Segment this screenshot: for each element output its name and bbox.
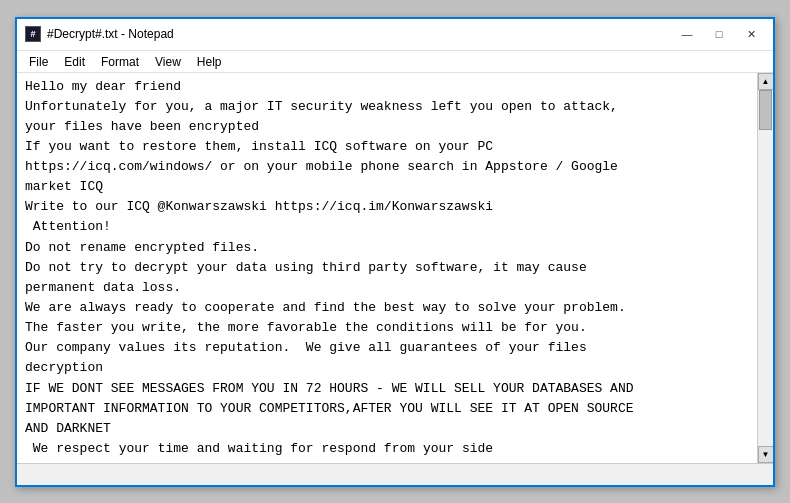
text-editor[interactable]: Hello my dear friend Unfortunately for y… bbox=[17, 73, 757, 463]
title-bar: # #Decrypt#.txt - Notepad — □ ✕ bbox=[17, 19, 773, 51]
menu-format[interactable]: Format bbox=[93, 53, 147, 70]
window-controls: — □ ✕ bbox=[673, 24, 765, 44]
menu-bar: File Edit Format View Help bbox=[17, 51, 773, 73]
notepad-window: # #Decrypt#.txt - Notepad — □ ✕ File Edi… bbox=[15, 17, 775, 487]
vertical-scrollbar[interactable]: ▲ ▼ bbox=[757, 73, 773, 463]
app-icon: # bbox=[25, 26, 41, 42]
menu-edit[interactable]: Edit bbox=[56, 53, 93, 70]
maximize-button[interactable]: □ bbox=[705, 24, 733, 44]
menu-view[interactable]: View bbox=[147, 53, 189, 70]
scroll-down-arrow[interactable]: ▼ bbox=[758, 446, 774, 463]
minimize-button[interactable]: — bbox=[673, 24, 701, 44]
scroll-thumb[interactable] bbox=[759, 90, 772, 130]
title-bar-left: # #Decrypt#.txt - Notepad bbox=[25, 26, 174, 42]
menu-file[interactable]: File bbox=[21, 53, 56, 70]
status-bar bbox=[17, 463, 773, 485]
menu-help[interactable]: Help bbox=[189, 53, 230, 70]
content-area: Hello my dear friend Unfortunately for y… bbox=[17, 73, 773, 463]
window-title: #Decrypt#.txt - Notepad bbox=[47, 27, 174, 41]
scroll-up-arrow[interactable]: ▲ bbox=[758, 73, 774, 90]
scroll-track[interactable] bbox=[758, 90, 773, 446]
close-button[interactable]: ✕ bbox=[737, 24, 765, 44]
